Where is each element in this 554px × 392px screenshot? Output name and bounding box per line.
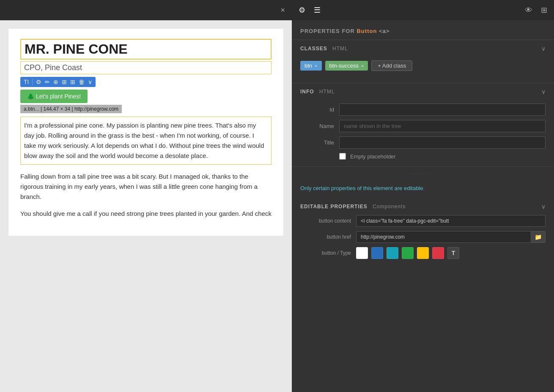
grid-icon[interactable]: ⊞ — [70, 79, 75, 85]
button-href-wrapper: http://pinegrow.com 📁 — [356, 231, 546, 243]
classes-section: CLASSES HTML ∨ btn × btn-success × + Add… — [292, 40, 554, 83]
edit-icon[interactable]: ✏ — [45, 79, 50, 85]
button-toolbar: TI ⚙ ✏ ⊕ ⊞ ⊞ 🗑 ∨ — [20, 77, 96, 87]
editable-section-header[interactable]: EDITABLE PROPERTIES Components ∨ — [292, 198, 554, 215]
tree-icon[interactable]: ☰ — [314, 5, 321, 15]
button-content-label: button content — [300, 218, 351, 224]
add-class-button[interactable]: + Add class — [371, 60, 412, 71]
properties-label: PROPERTIES FOR — [300, 28, 355, 34]
class-badge-btn: btn × — [300, 61, 322, 71]
id-label: Id — [300, 106, 334, 113]
info-section: INFO HTML ∨ Id Name Title Empty placehol… — [292, 83, 554, 167]
page-content: MR. PINE CONE CPO, Pine Coast TI ⚙ ✏ ⊕ ⊞… — [8, 29, 283, 236]
paragraph3: You should give me a call if you need st… — [20, 209, 272, 219]
properties-header: PROPERTIES FOR Button <a> — [292, 20, 554, 40]
link-icon[interactable]: ⊕ — [53, 79, 58, 85]
top-bar-left: × — [0, 0, 292, 20]
info-section-header[interactable]: INFO HTML ∨ — [292, 83, 554, 100]
element-name: Button — [357, 28, 377, 34]
name-row: Name — [300, 120, 546, 132]
title-input[interactable] — [339, 136, 546, 149]
left-panel: × MR. PINE CONE CPO, Pine Coast TI ⚙ ✏ ⊕… — [0, 0, 292, 392]
paragraph1: I'm a professional pine cone. My passion… — [20, 117, 272, 165]
id-row: Id — [300, 103, 546, 116]
button-info-bar: a.btn... | 144.47 × 34 | http://pinegrow… — [20, 105, 122, 113]
text-icon[interactable]: TI — [24, 79, 29, 85]
file-browse-button[interactable]: 📁 — [531, 231, 546, 243]
eye-icon[interactable]: 👁 — [525, 6, 532, 15]
class-btn-success-label: btn-success — [329, 63, 359, 69]
more-icon[interactable]: ∨ — [88, 79, 92, 85]
plant-pines-button[interactable]: 🌲 Let's plant Pines! — [20, 90, 88, 103]
empty-placeholder-checkbox[interactable] — [339, 153, 346, 160]
separator1 — [32, 79, 33, 85]
right-panel: ⚙ ☰ 👁 ⊞ PROPERTIES FOR Button <a> CLASSE… — [292, 0, 554, 392]
filters-icon[interactable]: ⚙ — [299, 5, 305, 15]
component-icon[interactable]: ⊞ — [62, 79, 67, 85]
properties-title: PROPERTIES FOR Button <a> — [300, 28, 389, 34]
close-button[interactable]: × — [280, 6, 285, 15]
remove-btn-success-class[interactable]: × — [361, 63, 364, 68]
button-href-row: button href http://pinegrow.com 📁 — [292, 231, 554, 243]
swatch-yellow[interactable] — [417, 247, 429, 259]
button-href-label: button href — [300, 234, 351, 240]
button-type-label: button / Type — [300, 250, 351, 256]
button-type-row: button / Type T — [292, 247, 554, 259]
title-label: Title — [300, 139, 334, 146]
canvas-area: MR. PINE CONE CPO, Pine Coast TI ⚙ ✏ ⊕ ⊞… — [0, 20, 292, 392]
id-input[interactable] — [339, 103, 546, 116]
editable-chevron: ∨ — [541, 203, 546, 210]
swatch-blue[interactable] — [371, 247, 383, 259]
button-content-row: button content <i class="fa fa-tree" dat… — [292, 215, 554, 227]
delete-icon[interactable]: 🗑 — [79, 79, 85, 85]
top-bar-right: ⚙ ☰ 👁 ⊞ — [292, 0, 554, 20]
empty-placeholder-row: Empty placeholder — [300, 153, 546, 160]
name-input[interactable] — [339, 120, 546, 132]
swatch-red[interactable] — [432, 247, 444, 259]
settings-icon[interactable]: ⚙ — [36, 79, 41, 85]
swatch-green[interactable] — [402, 247, 414, 259]
editable-title: EDITABLE PROPERTIES Components — [300, 204, 406, 210]
remove-btn-class[interactable]: × — [315, 63, 317, 68]
page-title: MR. PINE CONE — [20, 39, 272, 60]
editable-props-section: EDITABLE PROPERTIES Components ∨ button … — [292, 198, 554, 272]
classes-title: CLASSES HTML — [300, 46, 348, 52]
swatch-cyan[interactable] — [387, 247, 398, 259]
button-content-input[interactable]: <i class="fa fa-tree" data-pgc-edit="but… — [356, 215, 546, 227]
swatch-white[interactable] — [356, 247, 368, 259]
divider-dots: ........ — [292, 167, 554, 178]
classes-chevron: ∨ — [541, 45, 546, 52]
page-subtitle: CPO, Pine Coast — [20, 61, 272, 74]
button-href-input[interactable]: http://pinegrow.com — [356, 231, 531, 243]
info-message: Only certain properties of this element … — [292, 178, 554, 198]
swatch-text[interactable]: T — [447, 247, 459, 259]
title-row: Title — [300, 136, 546, 149]
class-badge-btn-success: btn-success × — [325, 61, 368, 71]
element-tag: <a> — [379, 28, 389, 34]
info-title: INFO HTML — [300, 89, 335, 95]
info-chevron: ∨ — [541, 88, 546, 95]
paragraph2: Falling down from a tall pine tree was a… — [20, 172, 272, 202]
info-content: Id Name Title Empty placeholder — [292, 100, 554, 166]
classes-content: btn × btn-success × + Add class — [292, 57, 554, 83]
classes-row: btn × btn-success × + Add class — [300, 60, 546, 71]
class-btn-label: btn — [304, 63, 312, 69]
color-swatches-row: T — [356, 247, 459, 259]
expand-icon[interactable]: ⊞ — [541, 5, 547, 15]
name-label: Name — [300, 123, 334, 129]
classes-section-header[interactable]: CLASSES HTML ∨ — [292, 40, 554, 57]
empty-placeholder-label: Empty placeholder — [350, 153, 396, 160]
